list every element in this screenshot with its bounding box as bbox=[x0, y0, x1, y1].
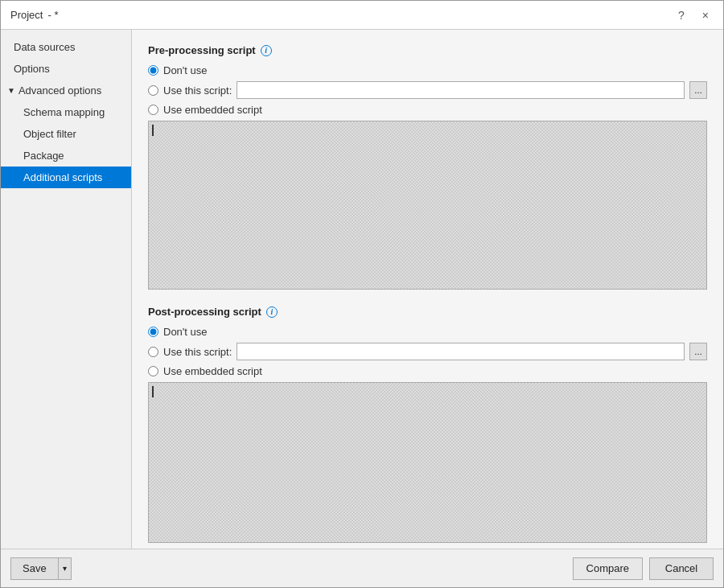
sidebar-label-data-sources: Data sources bbox=[14, 41, 76, 53]
pre-use-script-radio[interactable] bbox=[148, 85, 158, 96]
pre-browse-button[interactable]: … bbox=[689, 81, 707, 99]
post-embedded-label[interactable]: Use embedded script bbox=[163, 365, 262, 377]
pre-processing-section: Pre-processing script i Don't use Use th… bbox=[148, 44, 707, 290]
pre-processing-title-text: Pre-processing script bbox=[148, 44, 256, 56]
title-bar-right: ? × bbox=[673, 7, 714, 23]
sidebar-item-additional-scripts[interactable]: Additional scripts bbox=[1, 167, 131, 188]
pre-dont-use-radio[interactable] bbox=[148, 65, 158, 76]
chevron-down-icon: ▾ bbox=[63, 564, 67, 573]
main-panel: Pre-processing script i Don't use Use th… bbox=[132, 30, 723, 549]
help-button[interactable]: ? bbox=[673, 7, 689, 23]
dialog-modified: - * bbox=[47, 9, 58, 21]
browse-icon: … bbox=[694, 86, 702, 95]
post-dont-use-radio[interactable] bbox=[148, 327, 158, 337]
post-embedded-row: Use embedded script bbox=[148, 365, 707, 377]
sidebar: Data sources Options ▼ Advanced options … bbox=[1, 30, 132, 549]
post-processing-info-icon[interactable]: i bbox=[266, 306, 278, 318]
sidebar-label-options: Options bbox=[14, 63, 50, 75]
close-button[interactable]: × bbox=[697, 7, 714, 23]
post-dont-use-label[interactable]: Don't use bbox=[163, 326, 208, 338]
pre-processing-title: Pre-processing script i bbox=[148, 44, 707, 56]
browse-icon: … bbox=[694, 347, 702, 356]
pre-dont-use-label[interactable]: Don't use bbox=[163, 64, 208, 76]
post-use-script-radio[interactable] bbox=[148, 347, 158, 357]
post-script-editor[interactable] bbox=[148, 382, 707, 543]
pre-embedded-row: Use embedded script bbox=[148, 104, 707, 116]
pre-processing-info-icon[interactable]: i bbox=[261, 45, 272, 56]
content-area: Data sources Options ▼ Advanced options … bbox=[1, 30, 723, 549]
pre-use-script-row: Use this script: … bbox=[148, 81, 707, 99]
editor-cursor-post bbox=[152, 386, 154, 397]
post-script-path-input[interactable] bbox=[237, 343, 685, 360]
pre-script-editor[interactable] bbox=[148, 121, 707, 290]
footer-left: Save ▾ bbox=[10, 557, 72, 580]
dialog-title: Project bbox=[10, 9, 43, 21]
sidebar-item-schema-mapping[interactable]: Schema mapping bbox=[1, 101, 131, 123]
pre-embedded-label[interactable]: Use embedded script bbox=[163, 104, 262, 116]
title-bar: Project - * ? × bbox=[1, 1, 723, 30]
footer: Save ▾ Compare Cancel bbox=[1, 549, 723, 587]
sidebar-item-data-sources[interactable]: Data sources bbox=[1, 36, 131, 58]
sidebar-item-object-filter[interactable]: Object filter bbox=[1, 123, 131, 145]
post-processing-title: Post-processing script i bbox=[148, 306, 707, 318]
pre-dont-use-row: Don't use bbox=[148, 64, 707, 76]
pre-script-path-input[interactable] bbox=[237, 81, 685, 99]
post-processing-title-text: Post-processing script bbox=[148, 306, 261, 318]
pre-embedded-radio[interactable] bbox=[148, 105, 158, 115]
save-button[interactable]: Save bbox=[10, 557, 59, 580]
dialog: Project - * ? × Data sources Options ▼ A… bbox=[0, 0, 724, 588]
post-embedded-radio[interactable] bbox=[148, 366, 158, 376]
sidebar-label-advanced-options: Advanced options bbox=[19, 84, 101, 97]
save-dropdown-button[interactable]: ▾ bbox=[59, 557, 72, 580]
compare-button[interactable]: Compare bbox=[573, 557, 643, 580]
pre-use-script-label[interactable]: Use this script: bbox=[163, 84, 232, 97]
post-dont-use-row: Don't use bbox=[148, 326, 707, 338]
footer-right: Compare Cancel bbox=[573, 557, 714, 580]
sidebar-item-package[interactable]: Package bbox=[1, 145, 131, 167]
title-bar-left: Project - * bbox=[10, 9, 58, 21]
sidebar-item-advanced-options[interactable]: ▼ Advanced options bbox=[1, 80, 131, 101]
chevron-down-icon: ▼ bbox=[7, 86, 15, 95]
post-use-script-row: Use this script: … bbox=[148, 343, 707, 360]
sidebar-label-object-filter: Object filter bbox=[23, 128, 76, 140]
sidebar-item-options[interactable]: Options bbox=[1, 58, 131, 80]
sidebar-label-schema-mapping: Schema mapping bbox=[23, 106, 105, 118]
cancel-button[interactable]: Cancel bbox=[649, 557, 714, 580]
sidebar-label-additional-scripts: Additional scripts bbox=[23, 171, 102, 183]
sidebar-label-package: Package bbox=[23, 150, 64, 162]
post-browse-button[interactable]: … bbox=[689, 343, 707, 360]
editor-cursor bbox=[152, 125, 154, 136]
post-processing-section: Post-processing script i Don't use Use t… bbox=[148, 306, 707, 543]
post-use-script-label[interactable]: Use this script: bbox=[163, 346, 232, 358]
